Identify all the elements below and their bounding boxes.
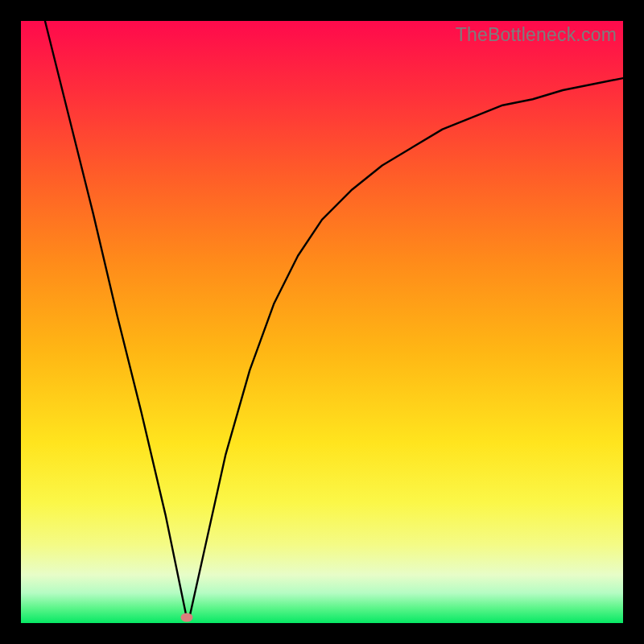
bottleneck-curve [21, 21, 623, 623]
chart-container: TheBottleneck.com [0, 0, 644, 644]
plot-area: TheBottleneck.com [21, 21, 623, 623]
optimal-point-marker [180, 613, 192, 621]
